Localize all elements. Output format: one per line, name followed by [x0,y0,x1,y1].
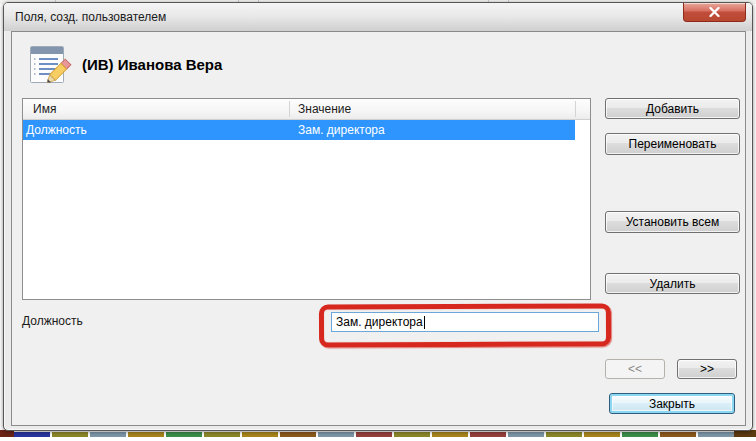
delete-button[interactable]: Удалить [605,273,740,294]
background-strip-cell [470,432,506,437]
previous-user-button[interactable]: << [605,359,665,379]
fields-listview: Имя Значение Должность Зам. директора [22,98,591,300]
dialog-body: (ИВ) Иванова Вера Имя Значение Должность… [11,31,746,426]
add-button[interactable]: Добавить [605,98,740,119]
background-cell-dark-left [0,430,14,437]
background-strip-cell [698,432,734,437]
background-strip-cell [52,432,88,437]
background-strip-cell [622,432,658,437]
table-row-selected[interactable]: Должность Зам. директора [23,120,575,140]
background-strip-cell [128,432,164,437]
background-strip-cell [584,432,620,437]
dialog-window: Поля, созд. пользователем [3,2,753,431]
next-user-button[interactable]: >> [677,359,737,379]
background-strip-cell [660,432,696,437]
user-name-heading: (ИВ) Иванова Вера [82,56,222,73]
background-strip-cell [508,432,544,437]
text-cursor [424,316,425,329]
column-divider[interactable] [575,101,576,117]
field-value-input[interactable]: Зам. директора [331,312,599,332]
background-strip-cell [280,432,316,437]
background-strip-cell [356,432,392,437]
background-strip-cell [242,432,278,437]
background-strip-cell [166,432,202,437]
listview-header: Имя Значение [23,99,590,120]
rename-button[interactable]: Переименовать [605,133,740,155]
background-strip [14,432,734,437]
background-strip-cell [204,432,240,437]
background-strip-cell [432,432,468,437]
title-bar[interactable]: Поля, созд. пользователем [4,3,752,31]
close-window-button[interactable] [683,3,746,22]
background-strip-cell [394,432,430,437]
column-divider[interactable] [289,101,290,117]
background-cell-dark-right [734,430,756,437]
user-fields-icon [27,45,73,89]
background-strip-cell [318,432,354,437]
window-title: Поля, созд. пользователем [15,10,166,24]
background-strip-cell [14,432,50,437]
background-app-bottom [0,430,756,441]
set-all-button[interactable]: Установить всем [605,211,740,233]
background-strip-cell [90,432,126,437]
column-header-value[interactable]: Значение [298,102,351,116]
column-header-name[interactable]: Имя [33,102,56,116]
field-name-label: Должность [22,314,83,328]
row-name-cell: Должность [26,123,87,137]
row-value-cell: Зам. директора [298,123,385,137]
field-value-text: Зам. директора [336,315,423,329]
background-strip-cell [546,432,582,437]
close-icon [709,7,720,17]
close-dialog-button[interactable]: Закрыть [609,393,735,414]
